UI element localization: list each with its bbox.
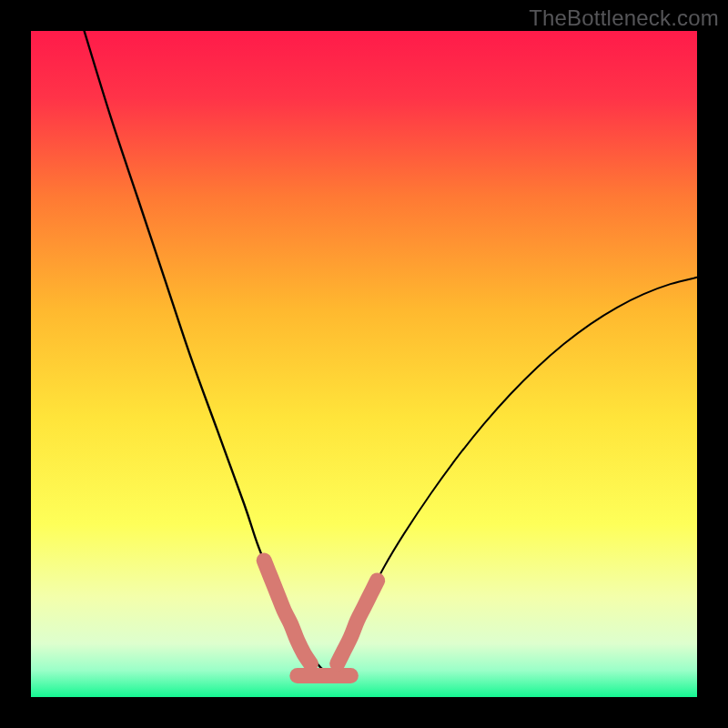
chart-frame: TheBottleneck.com <box>0 0 728 728</box>
watermark-text: TheBottleneck.com <box>529 5 719 31</box>
plot-area <box>31 31 697 697</box>
chart-svg <box>31 31 697 697</box>
